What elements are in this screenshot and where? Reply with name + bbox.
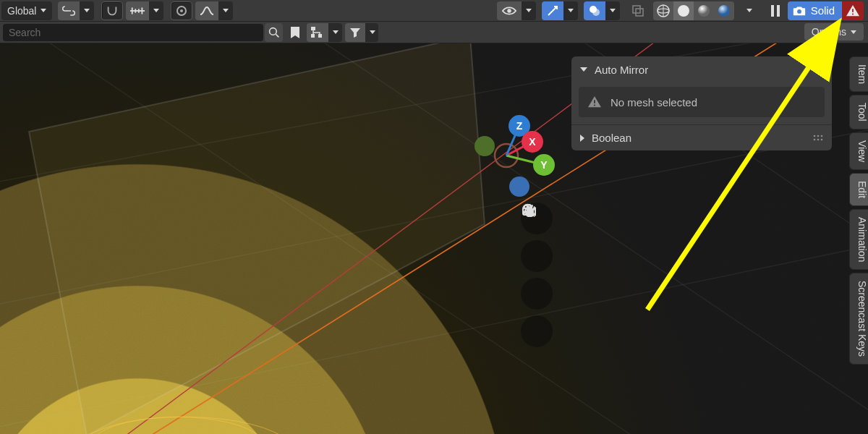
snap-icon[interactable] (101, 1, 123, 20)
hierarchy-icon[interactable] (307, 23, 328, 42)
link-dropdown[interactable] (80, 1, 94, 20)
svg-rect-53 (311, 27, 315, 30)
options-label: Options (812, 26, 846, 38)
panel-title: Auto Mirror (595, 64, 806, 76)
svg-text:Y: Y (540, 159, 548, 171)
gizmo-dropdown[interactable] (563, 1, 578, 20)
svg-rect-47 (777, 5, 780, 17)
svg-point-64 (814, 135, 816, 137)
svg-rect-38 (633, 6, 640, 13)
grip-icon[interactable] (813, 66, 823, 73)
svg-point-35 (508, 9, 511, 12)
svg-point-48 (797, 9, 801, 14)
svg-text:X: X (529, 136, 536, 148)
viewport-shading-chip[interactable]: Solid (788, 1, 842, 20)
camera-view-tool[interactable] (521, 278, 553, 310)
gizmo-icon[interactable] (542, 1, 563, 20)
search-input[interactable]: Search (3, 24, 263, 41)
chevron-down-icon (41, 9, 46, 12)
svg-point-51 (269, 27, 276, 35)
svg-point-57 (817, 67, 820, 69)
warning-icon (587, 95, 602, 109)
chevron-right-icon (580, 135, 584, 142)
svg-line-52 (276, 34, 278, 37)
svg-point-66 (821, 135, 823, 137)
panel-warning-text: No mesh selected (610, 96, 697, 109)
falloff-dropdown[interactable] (218, 1, 233, 20)
svg-rect-55 (318, 34, 322, 38)
side-panel: Auto Mirror No mesh selected Boolean (571, 56, 832, 150)
svg-point-67 (814, 138, 816, 140)
panel-auto-mirror-header[interactable]: Auto Mirror (571, 56, 832, 82)
svg-point-59 (814, 70, 816, 72)
camera-icon (792, 5, 807, 17)
side-tab-animation[interactable]: Animation (849, 209, 868, 270)
warning-icon (846, 4, 860, 17)
svg-point-43 (678, 5, 689, 17)
panel-warning: No mesh selected (579, 87, 825, 117)
proportional-icon[interactable] (171, 1, 192, 20)
pause-icon[interactable] (766, 1, 785, 20)
snap-settings-icon[interactable] (126, 1, 149, 20)
side-tab-screencast[interactable]: Screencast Keys (849, 273, 868, 365)
orientation-dropdown[interactable]: Global (1, 1, 52, 20)
funnel-icon[interactable] (345, 23, 365, 42)
svg-point-45 (718, 5, 730, 17)
svg-point-37 (592, 9, 600, 16)
axis-y[interactable]: Y (533, 154, 555, 176)
wireframe-shading-icon[interactable] (653, 1, 673, 20)
snap-settings-dropdown[interactable] (149, 1, 163, 20)
falloff-icon[interactable] (195, 1, 218, 20)
search-icon[interactable] (265, 23, 283, 42)
svg-rect-32 (142, 7, 143, 14)
chevron-down-icon (851, 30, 856, 34)
side-tabs: Item Tool View Edit Animation Screencast… (849, 56, 868, 365)
svg-point-69 (821, 138, 823, 140)
perspective-tool[interactable] (521, 315, 553, 347)
visibility-dropdown[interactable] (522, 1, 536, 20)
grip-icon[interactable] (813, 135, 823, 142)
orientation-label: Global (7, 5, 36, 17)
panel-boolean-header[interactable]: Boolean (571, 124, 832, 150)
axis-x[interactable]: X (522, 131, 543, 153)
svg-point-14 (509, 176, 529, 197)
svg-rect-63 (594, 105, 595, 106)
panel-title: Boolean (592, 132, 806, 144)
hierarchy-dropdown[interactable] (328, 23, 341, 42)
svg-rect-54 (311, 34, 315, 38)
svg-rect-46 (771, 5, 774, 17)
shading-dropdown[interactable] (740, 1, 759, 20)
side-tab-edit[interactable]: Edit (849, 173, 868, 206)
svg-point-56 (814, 67, 816, 69)
bookmark-icon[interactable] (286, 23, 304, 42)
material-preview-icon[interactable] (694, 1, 714, 20)
svg-rect-62 (594, 100, 595, 103)
search-placeholder: Search (9, 27, 41, 38)
svg-rect-50 (852, 13, 854, 14)
viewport-shading-label: Solid (811, 4, 835, 17)
visibility-icon[interactable] (497, 1, 522, 20)
link-icon[interactable] (58, 1, 80, 20)
side-tab-tool[interactable]: Tool (849, 95, 868, 129)
chevron-down-icon (580, 67, 587, 72)
solid-shading-icon[interactable] (673, 1, 694, 20)
svg-text:Z: Z (516, 120, 523, 132)
svg-point-65 (817, 135, 820, 137)
overlay-dropdown[interactable] (605, 1, 620, 20)
navigation-gizmo[interactable]: Z X Y (463, 109, 557, 203)
pan-tool[interactable] (521, 240, 553, 272)
options-dropdown[interactable]: Options (804, 23, 864, 41)
side-tab-item[interactable]: Item (849, 56, 868, 92)
side-tab-view[interactable]: View (849, 132, 868, 170)
svg-point-61 (821, 70, 823, 72)
warning-indicator[interactable] (842, 1, 864, 20)
rendered-shading-icon[interactable] (714, 1, 734, 20)
overlay-icon[interactable] (584, 1, 605, 20)
svg-point-13 (475, 136, 495, 156)
xray-icon[interactable] (629, 1, 647, 20)
svg-rect-29 (132, 7, 133, 14)
svg-rect-49 (852, 9, 854, 12)
svg-point-44 (698, 5, 710, 17)
funnel-dropdown[interactable] (365, 23, 379, 42)
svg-rect-30 (135, 9, 137, 12)
